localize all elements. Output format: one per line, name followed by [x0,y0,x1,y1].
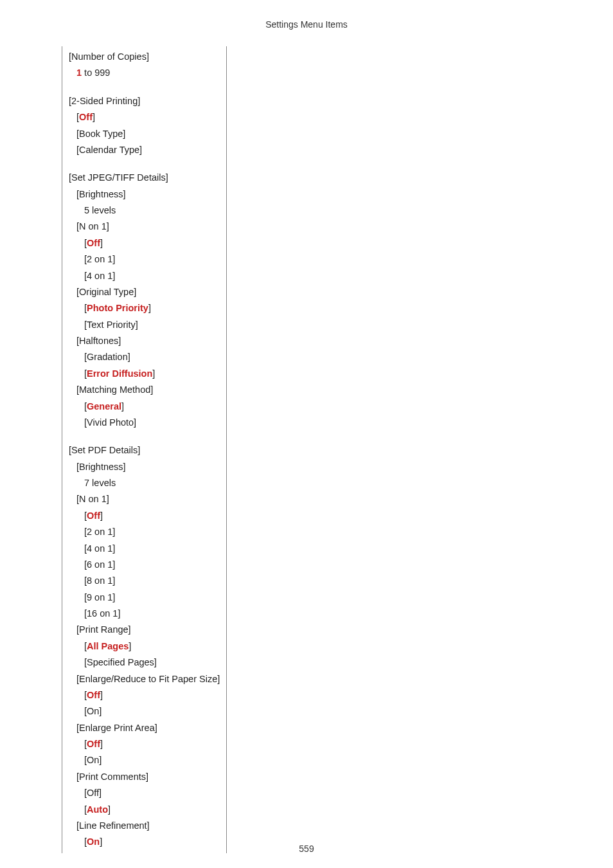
jpeg-non1-off: [Off] [69,235,220,251]
section-jpeg-tiff: [Set JPEG/TIFF Details] [Brightness] 5 l… [69,170,220,431]
pdf-enlargearea-off-value: Off [87,739,100,749]
pdf-comments-auto: [Auto] [69,802,220,818]
pdf-enlargearea-label: [Enlarge Print Area] [69,720,220,736]
pdf-printrange-label: [Print Range] [69,622,220,638]
jpeg-halftones-gradation: [Gradation] [69,349,220,365]
copies-title: [Number of Copies] [69,49,220,65]
content-area: [Number of Copies] 1 to 999 [2-Sided Pri… [0,36,613,853]
pdf-enlargefit-on: [On] [69,703,220,719]
pdf-enlargearea-on: [On] [69,752,220,768]
pdf-non1-8: [8 on 1] [69,573,220,589]
pdf-printrange-all: [All Pages] [69,638,220,655]
pdf-non1-6: [6 on 1] [69,557,220,573]
pdf-enlargefit-off-value: Off [87,690,100,700]
section-number-of-copies: [Number of Copies] 1 to 999 [69,49,220,82]
two-sided-calendar: [Calendar Type] [69,142,220,158]
page-number: 559 [0,844,613,854]
jpeg-non1-4: [4 on 1] [69,268,220,284]
jpeg-non1-off-value: Off [87,238,100,248]
pdf-printrange-all-value: All Pages [87,641,129,651]
pdf-linerefine-label: [Line Refinement] [69,818,220,834]
jpeg-brightness-value: 5 levels [69,203,220,219]
copies-range-suffix: to 999 [82,68,110,78]
jpeg-matching-general: [General] [69,399,220,415]
jpeg-non1-2: [2 on 1] [69,251,220,267]
two-sided-book: [Book Type] [69,126,220,142]
section-pdf: [Set PDF Details] [Brightness] 7 levels … [69,442,220,850]
pdf-title: [Set PDF Details] [69,442,220,458]
jpeg-halftones-error-value: Error Diffusion [87,368,152,379]
pdf-brightness-label: [Brightness] [69,459,220,475]
jpeg-original-text: [Text Priority] [69,317,220,333]
jpeg-original-photo-value: Photo Priority [87,303,148,313]
two-sided-off-value: Off [79,112,93,122]
jpeg-matching-label: [Matching Method] [69,382,220,398]
pdf-non1-9: [9 on 1] [69,590,220,606]
jpeg-matching-vivid: [Vivid Photo] [69,415,220,431]
pdf-comments-label: [Print Comments] [69,769,220,785]
jpeg-original-label: [Original Type] [69,284,220,300]
pdf-printrange-specified: [Specified Pages] [69,655,220,671]
pdf-enlargefit-label: [Enlarge/Reduce to Fit Paper Size] [69,671,220,687]
section-two-sided: [2-Sided Printing] [Off] [Book Type] [Ca… [69,93,220,159]
jpeg-brightness-label: [Brightness] [69,186,220,203]
pdf-non1-16: [16 on 1] [69,606,220,622]
jpeg-matching-general-value: General [87,401,121,411]
two-sided-off: [Off] [69,109,220,125]
page-header: Settings Menu Items [0,0,613,36]
pdf-non1-off: [Off] [69,508,220,524]
jpeg-non1-label: [N on 1] [69,219,220,235]
copies-range: 1 to 999 [69,65,220,81]
pdf-non1-off-value: Off [87,511,100,521]
pdf-non1-label: [N on 1] [69,491,220,507]
jpeg-halftones-label: [Halftones] [69,333,220,349]
pdf-brightness-value: 7 levels [69,475,220,491]
settings-column: [Number of Copies] 1 to 999 [2-Sided Pri… [62,46,227,853]
pdf-non1-4: [4 on 1] [69,541,220,557]
jpeg-original-photo: [Photo Priority] [69,300,220,316]
pdf-enlargefit-off: [Off] [69,687,220,703]
jpeg-halftones-error: [Error Diffusion] [69,366,220,382]
two-sided-title: [2-Sided Printing] [69,93,220,109]
copies-default-value: 1 [76,68,82,78]
jpeg-title: [Set JPEG/TIFF Details] [69,170,220,186]
pdf-comments-off: [Off] [69,785,220,801]
pdf-enlargearea-off: [Off] [69,736,220,752]
pdf-non1-2: [2 on 1] [69,524,220,540]
pdf-comments-auto-value: Auto [87,804,108,815]
